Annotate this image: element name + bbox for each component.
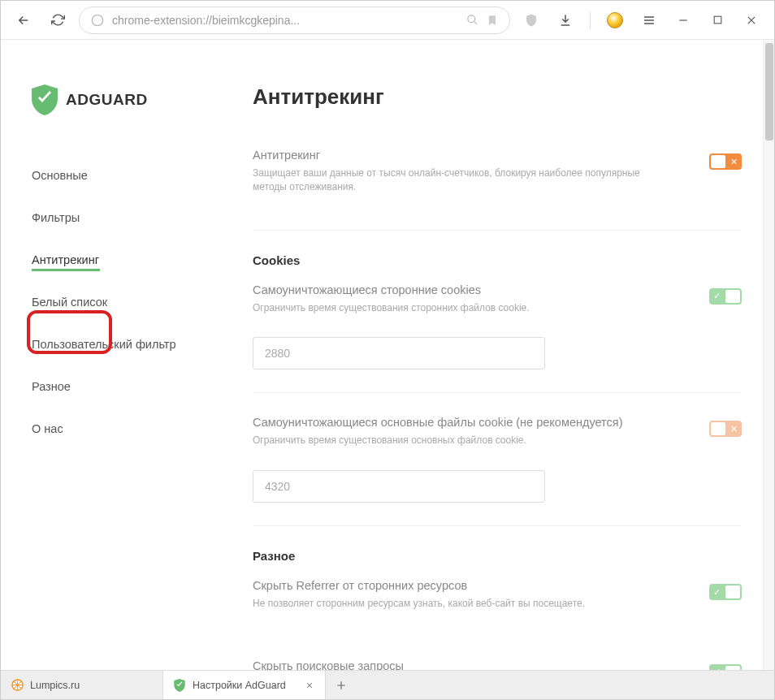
toggle-3p-cookies[interactable]: ✓ bbox=[709, 288, 742, 305]
toggle-1p-cookies[interactable]: ✕ bbox=[709, 421, 742, 437]
tab-favicon-adguard bbox=[173, 679, 186, 692]
sidebar-item-filters[interactable]: Фильтры bbox=[32, 197, 220, 239]
main-content: Антитрекинг Антитрекинг Защищает ваши да… bbox=[220, 40, 774, 670]
tab-title: Настройки AdGuard bbox=[193, 680, 297, 691]
tab-adguard-settings[interactable]: Настройки AdGuard bbox=[163, 671, 326, 699]
toggle-hide-referrer[interactable]: ✓ bbox=[709, 584, 742, 600]
sidebar-item-misc[interactable]: Разное bbox=[32, 365, 220, 408]
minimize-button[interactable] bbox=[670, 7, 696, 33]
shield-icon[interactable] bbox=[518, 7, 544, 33]
setting-title-hide-referrer: Скрыть Referrer от сторонних ресурсов bbox=[253, 579, 693, 592]
bookmark-icon[interactable] bbox=[487, 14, 498, 27]
tab-lumpics[interactable]: Lumpics.ru bbox=[1, 671, 163, 699]
toggle-hide-search[interactable]: ✓ bbox=[709, 664, 742, 670]
sidebar-item-about[interactable]: О нас bbox=[32, 408, 220, 450]
setting-title-3p-cookies: Самоуничтожающиеся сторонние cookies bbox=[253, 283, 693, 296]
browser-toolbar: chrome-extension://bieimkcgkepina... bbox=[1, 1, 774, 40]
setting-desc-1p-cookies: Ограничить время существования основных … bbox=[253, 434, 643, 447]
vertical-scrollbar[interactable] bbox=[763, 40, 774, 670]
search-in-page-icon[interactable] bbox=[466, 14, 478, 26]
close-window-button[interactable] bbox=[738, 7, 764, 33]
svg-point-0 bbox=[92, 15, 102, 25]
sidebar-item-whitelist[interactable]: Белый список bbox=[32, 281, 220, 323]
site-info-icon bbox=[91, 14, 104, 27]
input-1p-cookies-ttl[interactable] bbox=[253, 470, 545, 503]
input-3p-cookies-ttl[interactable] bbox=[253, 337, 545, 369]
setting-title-hide-search: Скрыть поисковые запросы bbox=[253, 659, 693, 670]
menu-button[interactable] bbox=[636, 7, 662, 33]
extension-yandex-icon[interactable] bbox=[602, 7, 628, 33]
sidebar-item-userfilter[interactable]: Пользовательский фильтр bbox=[32, 323, 220, 365]
url-text: chrome-extension://bieimkcgkepina... bbox=[112, 14, 458, 27]
adguard-shield-icon bbox=[32, 84, 58, 115]
new-tab-button[interactable] bbox=[326, 671, 357, 699]
setting-desc-hide-referrer: Не позволяет сторонним ресурсам узнать, … bbox=[253, 597, 643, 611]
sidebar-item-antitracking[interactable]: Антитрекинг bbox=[32, 239, 220, 281]
setting-desc-3p-cookies: Ограничить время существования сторонних… bbox=[253, 301, 643, 315]
setting-desc-antitracking: Защищает ваши данные от тысяч онлайн-сче… bbox=[253, 166, 643, 194]
sidebar-item-general[interactable]: Основные bbox=[32, 154, 220, 197]
logo-text: ADGUARD bbox=[66, 91, 148, 109]
page-title: Антитрекинг bbox=[253, 84, 742, 110]
reload-button[interactable] bbox=[45, 7, 71, 33]
section-header-cookies: Cookies bbox=[253, 253, 742, 267]
scrollbar-thumb[interactable] bbox=[765, 43, 773, 140]
section-header-misc: Разное bbox=[253, 549, 742, 563]
toggle-antitracking[interactable]: ✕ bbox=[709, 153, 742, 170]
toolbar-separator bbox=[590, 11, 591, 29]
logo: ADGUARD bbox=[32, 84, 220, 115]
address-bar[interactable]: chrome-extension://bieimkcgkepina... bbox=[79, 6, 510, 34]
tab-title: Lumpics.ru bbox=[30, 680, 153, 691]
downloads-icon[interactable] bbox=[552, 7, 578, 33]
tab-bar: Lumpics.ru Настройки AdGuard bbox=[1, 670, 774, 699]
setting-title-antitracking: Антитрекинг bbox=[253, 149, 693, 162]
svg-rect-2 bbox=[714, 16, 721, 24]
tab-close-button[interactable] bbox=[304, 680, 315, 691]
back-button[interactable] bbox=[11, 7, 37, 33]
setting-title-1p-cookies: Самоуничтожающиеся основные файлы cookie… bbox=[253, 416, 693, 429]
sidebar: ADGUARD Основные Фильтры Антитрекинг Бел… bbox=[1, 40, 220, 670]
svg-point-1 bbox=[468, 15, 475, 23]
tab-favicon-lumpics bbox=[11, 679, 24, 692]
maximize-button[interactable] bbox=[704, 7, 730, 33]
